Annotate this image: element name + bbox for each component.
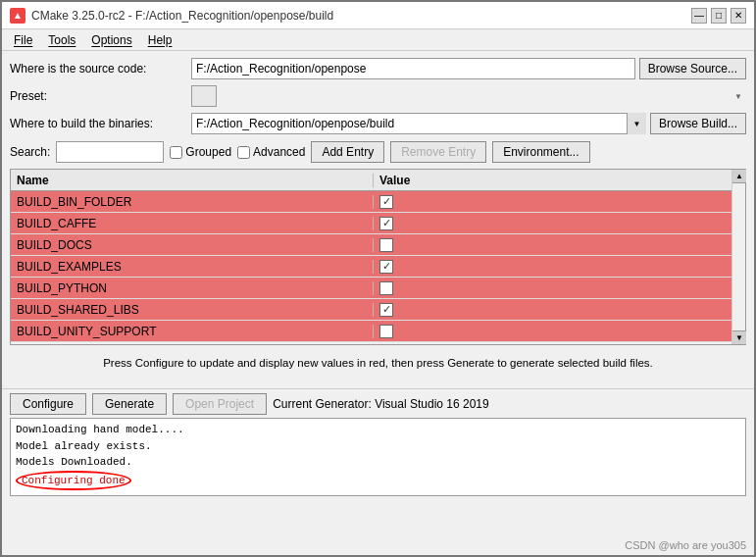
cell-name: BUILD_DOCS — [11, 238, 374, 252]
cell-name: BUILD_CAFFE — [11, 217, 374, 230]
minimize-button[interactable]: — — [691, 8, 707, 24]
grouped-label: Grouped — [185, 145, 231, 159]
menu-options[interactable]: Options — [83, 32, 139, 48]
table-row[interactable]: BUILD_SHARED_LIBS — [11, 299, 731, 321]
configure-button[interactable]: Configure — [10, 393, 86, 415]
binaries-dropdown-arrow[interactable]: ▼ — [627, 113, 646, 134]
preset-select[interactable] — [191, 85, 217, 107]
advanced-checkbox-group: Advanced — [237, 145, 305, 159]
v-scrollbar: ▲ ▼ — [731, 170, 745, 344]
menu-bar: File Tools Options Help — [2, 29, 754, 51]
source-row: Where is the source code: Browse Source.… — [10, 57, 746, 80]
cell-name: BUILD_UNITY_SUPPORT — [11, 325, 374, 338]
console-line: Model already exists. — [16, 438, 740, 455]
table-main: Name Value BUILD_BIN_FOLDERBUILD_CAFFEBU… — [11, 170, 731, 344]
cell-name: BUILD_SHARED_LIBS — [11, 303, 374, 317]
window-controls: — □ ✕ — [691, 8, 746, 24]
table-row[interactable]: BUILD_BIN_FOLDER — [11, 191, 731, 213]
table-row[interactable]: BUILD_DOCS — [11, 234, 731, 256]
cell-value — [374, 238, 731, 252]
grouped-checkbox-group: Grouped — [170, 145, 231, 159]
menu-tools[interactable]: Tools — [40, 32, 83, 48]
cell-name: BUILD_BIN_FOLDER — [11, 195, 374, 209]
table-scroll[interactable]: BUILD_BIN_FOLDERBUILD_CAFFEBUILD_DOCSBUI… — [11, 191, 731, 344]
scroll-up[interactable]: ▲ — [732, 170, 746, 183]
cell-checkbox[interactable] — [379, 238, 393, 252]
browse-source-button[interactable]: Browse Source... — [639, 58, 746, 79]
scroll-down[interactable]: ▼ — [732, 330, 746, 344]
binaries-input-wrapper: ▼ — [191, 113, 646, 134]
search-label: Search: — [10, 145, 50, 159]
cell-checkbox[interactable] — [379, 281, 393, 295]
preset-label: Preset: — [10, 89, 191, 103]
maximize-button[interactable]: □ — [711, 8, 727, 24]
cell-value — [374, 303, 731, 317]
table-row[interactable]: BUILD_EXAMPLES — [11, 256, 731, 278]
menu-file[interactable]: File — [6, 32, 40, 48]
bottom-toolbar: Configure Generate Open Project Current … — [2, 388, 754, 418]
main-content: Where is the source code: Browse Source.… — [2, 51, 754, 388]
cell-value — [374, 260, 731, 274]
preset-select-wrapper — [191, 85, 746, 107]
source-label: Where is the source code: — [10, 62, 191, 76]
advanced-label: Advanced — [253, 145, 305, 159]
toolbar-row: Search: Grouped Advanced Add Entry Remov… — [10, 139, 746, 165]
remove-entry-button[interactable]: Remove Entry — [390, 141, 486, 163]
close-button[interactable]: ✕ — [731, 8, 746, 24]
cell-checkbox[interactable] — [379, 303, 393, 317]
console-line: Configuring done — [16, 471, 131, 491]
binaries-label: Where to build the binaries: — [10, 117, 191, 130]
cell-value — [374, 281, 731, 295]
table-header: Name Value — [11, 170, 731, 191]
col-value-header: Value — [374, 174, 731, 187]
table-row[interactable]: BUILD_UNITY_SUPPORT — [11, 321, 731, 342]
col-name-header: Name — [11, 174, 374, 187]
console-output: Downloading hand model....Model already … — [10, 418, 746, 496]
cell-checkbox[interactable] — [379, 325, 393, 338]
cell-checkbox[interactable] — [379, 195, 393, 209]
source-input[interactable] — [191, 58, 635, 79]
cell-value — [374, 217, 731, 230]
cell-name: BUILD_EXAMPLES — [11, 260, 374, 274]
cell-name: BUILD_PYTHON — [11, 281, 374, 295]
search-input[interactable] — [56, 141, 164, 163]
title-bar: ▲ CMake 3.25.0-rc2 - F:/Action_Recogniti… — [2, 2, 754, 29]
binaries-input[interactable] — [191, 113, 646, 134]
cell-checkbox[interactable] — [379, 217, 393, 230]
window-title: CMake 3.25.0-rc2 - F:/Action_Recognition… — [31, 9, 691, 23]
cmake-table: Name Value BUILD_BIN_FOLDERBUILD_CAFFEBU… — [10, 169, 746, 345]
browse-build-button[interactable]: Browse Build... — [650, 113, 746, 134]
cell-checkbox[interactable] — [379, 260, 393, 274]
table-row[interactable]: BUILD_PYTHON — [11, 278, 731, 299]
preset-row: Preset: — [10, 84, 746, 108]
console-line: Models Downloaded. — [16, 454, 740, 471]
menu-help[interactable]: Help — [140, 32, 180, 48]
info-text: Press Configure to update and display ne… — [10, 345, 746, 382]
generate-button[interactable]: Generate — [92, 393, 167, 415]
cell-value — [374, 195, 731, 209]
binaries-row: Where to build the binaries: ▼ Browse Bu… — [10, 112, 746, 135]
console-line: Downloading hand model.... — [16, 422, 740, 438]
watermark: CSDN @who are you305 — [625, 539, 746, 551]
environment-button[interactable]: Environment... — [492, 141, 589, 163]
add-entry-button[interactable]: Add Entry — [311, 141, 384, 163]
app-icon: ▲ — [10, 8, 25, 24]
advanced-checkbox[interactable] — [237, 146, 250, 159]
cell-value — [374, 325, 731, 338]
table-row[interactable]: BUILD_CAFFE — [11, 213, 731, 234]
v-scroll-track[interactable] — [732, 183, 745, 330]
generator-text: Current Generator: Visual Studio 16 2019 — [273, 397, 489, 411]
open-project-button[interactable]: Open Project — [173, 393, 267, 415]
grouped-checkbox[interactable] — [170, 146, 182, 159]
